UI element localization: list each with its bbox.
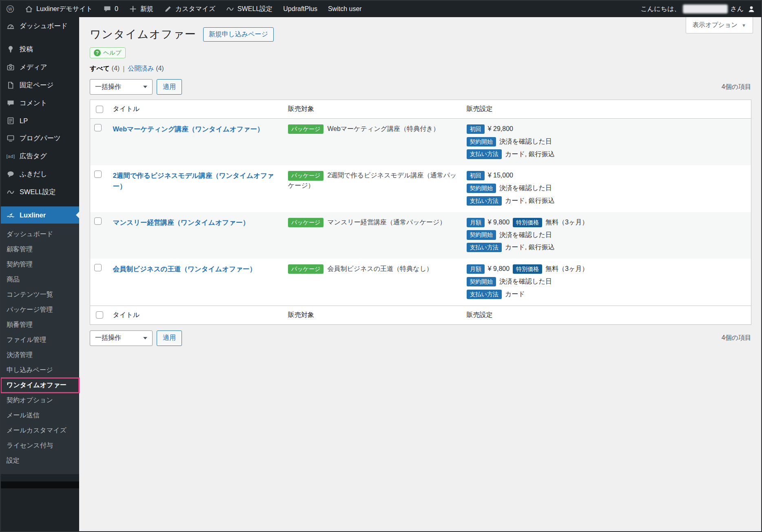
admin-bar-item-swell-settings[interactable]: SWELL設定	[221, 1, 278, 17]
sidebar-item-lp[interactable]: LP	[1, 112, 79, 129]
media-icon	[6, 63, 15, 71]
title-bar: ワンタイムオファー 新規申し込みページ	[90, 27, 751, 42]
bulk-action-select-bottom[interactable]: 一括操作	[90, 330, 153, 346]
page-title: ワンタイムオファー	[90, 27, 197, 42]
submenu-item[interactable]: メールカスタマイズ	[1, 423, 79, 438]
offer-title-link[interactable]: 2週間で作るビジネスモデル講座（ワンタイムオファー）	[113, 172, 274, 190]
admin-bar-item-switch-user[interactable]: Switch user	[323, 1, 367, 17]
filter-all-label: すべて	[90, 65, 110, 72]
filter-published-label: 公開済み	[128, 65, 154, 72]
sidebar-item-posts[interactable]: 投稿	[1, 40, 79, 58]
admin-bar-item-comments[interactable]: 0	[98, 1, 124, 17]
admin-bar-item-label: SWELL設定	[237, 5, 272, 13]
sidebar-item-swell-settings[interactable]: SWELL設定	[1, 183, 79, 201]
settings-line: 契約開始決済を確認した日	[467, 183, 747, 193]
sidebar-item-ad-tags[interactable]: [ad]広告タグ	[1, 147, 79, 165]
sales-settings-cell: 月額¥ 9,800特別価格無料（3ヶ月）契約開始決済を確認した日支払い方法カード…	[463, 212, 751, 259]
submenu-item[interactable]: ライセンス付与	[1, 438, 79, 453]
sidebar-item-media[interactable]: メディア	[1, 58, 79, 76]
row-checkbox[interactable]	[94, 264, 102, 271]
row-checkbox-cell	[90, 119, 109, 166]
admin-bar-item-customize[interactable]: カスタマイズ	[159, 1, 221, 17]
new-signup-page-button[interactable]: 新規申し込みページ	[203, 27, 274, 42]
admin-bar-left: WLuxlinerデモサイト0新規カスタマイズSWELL設定UpdraftPlu…	[1, 1, 367, 17]
submenu-item[interactable]: 申し込みページ	[1, 363, 79, 378]
settings-badge: 初回	[467, 124, 485, 134]
submenu-item[interactable]: 順番管理	[1, 317, 79, 332]
settings-text: 決済を確認した日	[499, 137, 552, 147]
apply-button-bottom[interactable]: 適用	[157, 330, 182, 346]
submenu-item[interactable]: ダッシュボード	[1, 227, 79, 242]
main-content: 表示オプション ▼ ワンタイムオファー 新規申し込みページ ? ヘルプ すべて …	[79, 17, 761, 531]
submenu-item[interactable]: 契約管理	[1, 257, 79, 272]
sidebar-item-dashboard[interactable]: ダッシュボード	[1, 17, 79, 35]
admin-menu: ダッシュボード投稿メディア固定ページコメントLPブログパーツ[ad]広告タグふき…	[1, 17, 79, 474]
submenu-item[interactable]: メール送信	[1, 408, 79, 423]
settings-line: 契約開始決済を確認した日	[467, 137, 747, 147]
row-checkbox-cell	[90, 212, 109, 259]
sales-target-cell: パッケージ2週間で作るビジネスモデル講座（通常パッケージ）	[284, 165, 463, 212]
row-checkbox[interactable]	[94, 171, 102, 178]
settings-text: カード, 銀行振込	[505, 196, 555, 206]
settings-line: 支払い方法カード, 銀行振込	[467, 149, 747, 160]
offer-title-link[interactable]: Webマーケティング講座（ワンタイムオファー）	[113, 125, 264, 133]
offer-title-link[interactable]: 会員制ビジネスの王道（ワンタイムオファー）	[113, 265, 257, 273]
submenu-item[interactable]: コンテンツ一覧	[1, 287, 79, 302]
select-all-checkbox[interactable]	[96, 106, 103, 113]
offer-title-link[interactable]: マンスリー経営講座（ワンタイムオファー）	[113, 219, 250, 226]
select-all-cell-bottom	[90, 306, 109, 324]
settings-line: 契約開始決済を確認した日	[467, 277, 747, 287]
speech-icon	[6, 170, 15, 178]
sales-settings-cell: 初回¥ 15,000契約開始決済を確認した日支払い方法カード, 銀行振込	[463, 165, 751, 212]
submenu-item[interactable]: 顧客管理	[1, 242, 79, 257]
admin-bar-item-label: 0	[115, 5, 118, 13]
sidebar-item-label: ブログパーツ	[20, 134, 61, 143]
select-all-checkbox-bottom[interactable]	[96, 311, 103, 319]
filter-separator: |	[123, 65, 124, 73]
page-icon	[6, 81, 15, 89]
sidebar-item-label: ダッシュボード	[20, 22, 68, 31]
admin-bar-item-label: カスタマイズ	[175, 5, 215, 13]
submenu-item[interactable]: ファイル管理	[1, 332, 79, 348]
settings-badge: 初回	[467, 171, 485, 180]
apply-button[interactable]: 適用	[157, 79, 182, 95]
admin-bar-item-site-name[interactable]: Luxlinerデモサイト	[20, 1, 98, 17]
admin-bar-item-new-content[interactable]: 新規	[124, 1, 159, 17]
submenu-item[interactable]: 契約オプション	[1, 393, 79, 408]
filter-published-link[interactable]: 公開済み (4)	[128, 64, 164, 73]
package-badge: パッケージ	[288, 264, 323, 274]
collapse-menu-button[interactable]	[1, 481, 79, 488]
swell-icon	[6, 188, 15, 196]
settings-text: 決済を確認した日	[499, 277, 552, 287]
filter-all-link[interactable]: すべて (4)	[90, 64, 120, 73]
submenu-item[interactable]: 決済管理	[1, 348, 79, 363]
sidebar-item-pages[interactable]: 固定ページ	[1, 76, 79, 94]
settings-text: カード, 銀行振込	[505, 149, 555, 160]
admin-bar-item-wordpress-menu[interactable]: W	[1, 1, 20, 17]
sidebar-item-fukidashi[interactable]: ふきだし	[1, 165, 79, 183]
bulk-action-label: 一括操作	[95, 83, 121, 91]
submenu-item[interactable]: パッケージ管理	[1, 302, 79, 317]
wordpress-admin-screen: WLuxlinerデモサイト0新規カスタマイズSWELL設定UpdraftPlu…	[0, 0, 762, 532]
sidebar-item-label: 広告タグ	[20, 152, 47, 161]
user-account-menu[interactable]: こんにちは、 さん	[640, 4, 744, 13]
submenu-item[interactable]: 設定	[1, 453, 79, 468]
admin-bar-item-updraftplus[interactable]: UpdraftPlus	[278, 1, 323, 17]
sidebar-item-blog-parts[interactable]: ブログパーツ	[1, 129, 79, 147]
settings-badge: 契約開始	[467, 184, 496, 193]
table-foot: タイトル 販売対象 販売設定	[90, 306, 751, 324]
screen-options-button[interactable]: 表示オプション ▼	[686, 17, 753, 33]
row-checkbox[interactable]	[94, 124, 102, 131]
sidebar-item-comments[interactable]: コメント	[1, 94, 79, 112]
sidebar-item-luxliner[interactable]: Luxliner	[1, 206, 79, 224]
filter-links: すべて (4) | 公開済み (4)	[90, 64, 751, 73]
settings-line: 初回¥ 29,800	[467, 124, 747, 134]
submenu-item[interactable]: 商品	[1, 272, 79, 287]
sales-settings-cell: 月額¥ 9,800特別価格無料（3ヶ月）契約開始決済を確認した日支払い方法カード	[463, 259, 751, 306]
tablenav-bottom: 一括操作 適用 4個の項目	[90, 330, 751, 346]
help-badge[interactable]: ? ヘルプ	[90, 47, 126, 58]
sales-target-cell: パッケージ会員制ビジネスの王道（特典なし）	[284, 259, 463, 306]
row-checkbox[interactable]	[94, 217, 102, 225]
bulk-action-select[interactable]: 一括操作	[90, 79, 153, 95]
submenu-item-current[interactable]: ワンタイムオファー	[1, 378, 79, 393]
